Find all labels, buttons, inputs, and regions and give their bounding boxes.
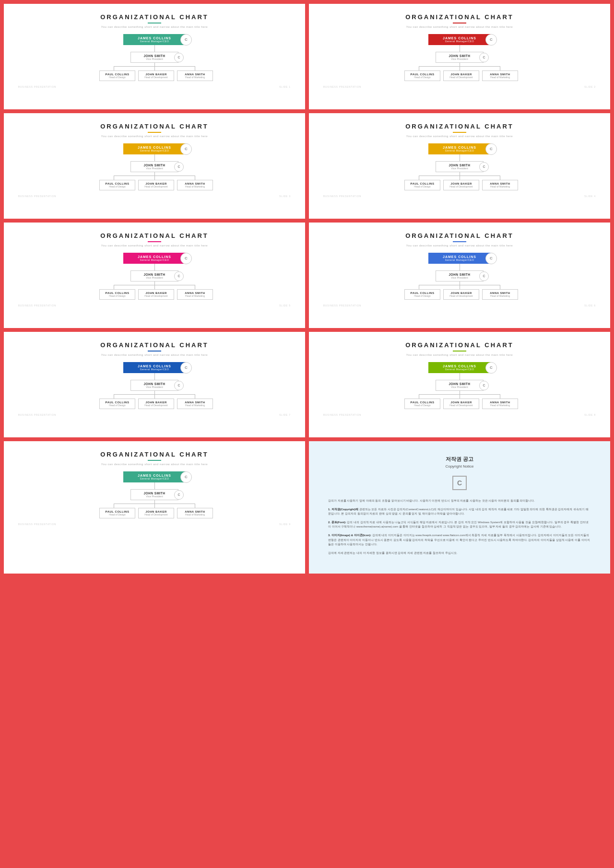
top-title: General Manager/CEO <box>129 368 180 371</box>
top-box: JAMES COLLINS General Manager/CEO <box>428 253 491 264</box>
org-chart-slide-slide-6: ORGANIZATIONAL CHART You can describe so… <box>309 223 610 328</box>
bottom-title-2: Head of Marketing <box>486 294 514 297</box>
mid-node-wrapper: JOHN SMITH Vice President C <box>436 380 484 391</box>
bottom-box-0: PAUL COLLINS Head of Design <box>99 508 135 518</box>
mid-box: JOHN SMITH Vice President <box>130 489 178 500</box>
mid-name: JOHN SMITH <box>136 382 173 386</box>
top-name: JAMES COLLINS <box>434 146 485 149</box>
branch-v-left <box>114 176 114 180</box>
mid-title: Vice President <box>136 167 173 170</box>
footer-left: BUSINESS PRESENTATION <box>18 523 56 526</box>
slide-subtitle: You can describe something short and nar… <box>18 25 291 28</box>
top-title: General Manager/CEO <box>129 149 180 152</box>
bottom-box-2: ANNA SMITH Head of Marketing <box>482 399 518 409</box>
bottom-box-0: PAUL COLLINS Head of Design <box>404 399 440 409</box>
bottom-title-1: Head of Development <box>448 404 475 407</box>
footer-left: BUSINESS PRESENTATION <box>323 305 361 307</box>
mid-title: Vice President <box>441 58 478 60</box>
bottom-title-2: Head of Marketing <box>181 404 209 407</box>
footer-left: BUSINESS PRESENTATION <box>18 195 56 198</box>
top-node-wrapper: JAMES COLLINS General Manager/CEO C <box>123 362 186 373</box>
mid-title: Vice President <box>441 167 478 170</box>
slide-number: SLIDE 2 <box>584 86 596 88</box>
org-chart: JAMES COLLINS General Manager/CEO C JOHN… <box>323 143 596 190</box>
slide-title: ORGANIZATIONAL CHART <box>18 232 291 239</box>
top-node-wrapper: JAMES COLLINS General Manager/CEO C <box>428 34 491 45</box>
org-chart-slide-slide-7: ORGANIZATIONAL CHART You can describe so… <box>4 332 305 437</box>
mid-box: JOHN SMITH Vice President <box>130 380 178 391</box>
slide-footer: BUSINESS PRESENTATION SLIDE 5 <box>18 305 291 307</box>
branch-v-right <box>500 394 500 399</box>
slide-title: ORGANIZATIONAL CHART <box>18 13 291 21</box>
branch-v-right <box>195 394 195 399</box>
bottom-box-2: ANNA SMITH Head of Marketing <box>177 399 213 409</box>
branch-lines <box>404 63 515 70</box>
bottom-title-1: Head of Development <box>142 513 170 516</box>
v-connector-1 <box>154 264 155 270</box>
bottom-box-2: ANNA SMITH Head of Marketing <box>177 180 213 190</box>
mid-box: JOHN SMITH Vice President <box>130 270 178 282</box>
slide-number: SLIDE 1 <box>279 86 291 88</box>
footer-left: BUSINESS PRESENTATION <box>323 195 361 198</box>
mid-name: JOHN SMITH <box>441 164 478 167</box>
bottom-box-1: JOHN BAKER Head of Development <box>138 399 174 409</box>
slide-footer: BUSINESS PRESENTATION SLIDE 9 <box>18 523 291 526</box>
mid-node-wrapper: JOHN SMITH Vice President C <box>130 270 178 282</box>
branch-v-top <box>460 63 460 66</box>
bottom-box-1: JOHN BAKER Head of Development <box>138 289 174 300</box>
slides-grid: ORGANIZATIONAL CHART You can describe so… <box>0 0 614 577</box>
org-chart-slide-slide-8: ORGANIZATIONAL CHART You can describe so… <box>309 332 610 437</box>
top-node-wrapper: JAMES COLLINS General Manager/CEO C <box>123 34 186 45</box>
top-box: JAMES COLLINS General Manager/CEO <box>428 143 491 154</box>
slide-subtitle: You can describe something short and nar… <box>18 135 291 138</box>
branch-v-left <box>419 285 419 289</box>
bottom-row: PAUL COLLINS Head of Design JOHN BAKER H… <box>99 180 210 190</box>
org-chart-slide-slide-4: ORGANIZATIONAL CHART You can describe so… <box>309 113 610 219</box>
slide-footer: BUSINESS PRESENTATION SLIDE 7 <box>18 414 291 416</box>
branch-lines <box>404 172 515 180</box>
org-chart-slide-slide-9: ORGANIZATIONAL CHART You can describe so… <box>4 441 305 574</box>
copyright-para-0: 강의가 자료를 사용하기 앞에 아래의 동의 조항을 읽어보시기 바랍니다. 사… <box>328 499 591 504</box>
branch-v-top <box>460 282 460 285</box>
bottom-title-1: Head of Development <box>142 185 170 188</box>
branch-v-mid <box>460 394 460 399</box>
top-node-wrapper: JAMES COLLINS General Manager/CEO C <box>123 471 186 482</box>
mid-name: JOHN SMITH <box>136 164 173 167</box>
top-avatar: C <box>180 143 192 155</box>
bottom-box-0: PAUL COLLINS Head of Design <box>99 289 135 300</box>
bottom-title-2: Head of Marketing <box>181 513 209 516</box>
org-chart-slide-slide-5: ORGANIZATIONAL CHART You can describe so… <box>4 223 305 328</box>
mid-avatar: C <box>174 271 184 281</box>
slide-subtitle: You can describe something short and nar… <box>18 353 291 356</box>
v-connector-1 <box>460 45 460 52</box>
branch-v-right <box>195 176 195 180</box>
mid-name: JOHN SMITH <box>136 492 173 495</box>
top-node-wrapper: JAMES COLLINS General Manager/CEO C <box>428 143 491 154</box>
mid-avatar: C <box>174 381 184 390</box>
top-box: JAMES COLLINS General Manager/CEO <box>428 362 491 373</box>
copyright-para-2: 2. 폰트(Font): 강의 내의 강의적 자료 내에 사용되는 나눔고딕 서… <box>328 520 591 529</box>
bottom-box-2: ANNA SMITH Head of Marketing <box>482 289 518 300</box>
mid-title: Vice President <box>441 276 478 279</box>
slide-number: SLIDE 8 <box>584 414 596 416</box>
slide-title: ORGANIZATIONAL CHART <box>323 123 596 130</box>
bottom-box-2: ANNA SMITH Head of Marketing <box>482 70 518 81</box>
slide-title: ORGANIZATIONAL CHART <box>323 13 596 21</box>
slide-number: SLIDE 5 <box>279 305 291 307</box>
copyright-slide: 저작권 공고 Copyright Notice C 강의가 자료를 사용하기 앞… <box>309 441 610 574</box>
slide-number: SLIDE 3 <box>279 195 291 198</box>
v-connector-1 <box>460 373 460 380</box>
top-node-wrapper: JAMES COLLINS General Manager/CEO C <box>123 143 186 154</box>
branch-lines <box>99 391 210 399</box>
top-avatar: C <box>485 34 497 46</box>
bottom-box-1: JOHN BAKER Head of Development <box>138 70 174 81</box>
slide-number: SLIDE 4 <box>584 195 596 198</box>
title-underline <box>148 241 161 242</box>
org-chart: JAMES COLLINS General Manager/CEO C JOHN… <box>18 362 291 409</box>
branch-v-mid <box>460 285 460 289</box>
top-box: JAMES COLLINS General Manager/CEO <box>123 253 186 264</box>
copyright-para-1: 1. 저작권(Copyright)에 관련되는 모든 자료와 사진은 강의자(C… <box>328 507 591 516</box>
branch-v-left <box>114 394 114 399</box>
branch-v-right <box>500 176 500 180</box>
branch-v-left <box>114 66 114 70</box>
